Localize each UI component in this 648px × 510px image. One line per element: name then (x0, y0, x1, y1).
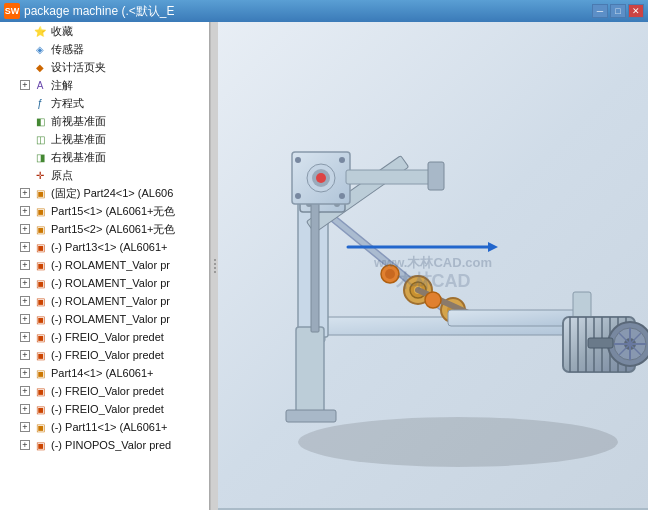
svg-marker-8 (488, 242, 498, 252)
expand-button[interactable]: + (20, 440, 30, 450)
tree-item-icon: ✛ (32, 168, 48, 182)
tree-item[interactable]: +▣(-) ROLAMENT_Valor pr (0, 274, 209, 292)
svg-rect-40 (296, 327, 324, 417)
tree-item-label: 方程式 (51, 96, 84, 111)
svg-rect-54 (346, 170, 434, 184)
expand-button[interactable]: + (20, 350, 30, 360)
tree-item-icon: ▣ (32, 312, 48, 326)
title-bar: SW package machine (.<默认_E ─ □ ✕ (0, 0, 648, 22)
expand-button[interactable]: + (20, 314, 30, 324)
tree-item[interactable]: +▣(-) ROLAMENT_Valor pr (0, 310, 209, 328)
expand-button[interactable]: + (20, 386, 30, 396)
svg-text:木林CAD: 木林CAD (395, 271, 471, 291)
window-controls[interactable]: ─ □ ✕ (592, 4, 644, 18)
tree-item[interactable]: ƒ方程式 (0, 94, 209, 112)
svg-text:www.木林CAD.com: www.木林CAD.com (373, 255, 492, 270)
tree-item[interactable]: +▣Part15<2> (AL6061+无色 (0, 220, 209, 238)
tree-item[interactable]: +▣(-) FREIO_Valor predet (0, 328, 209, 346)
expand-button[interactable]: + (20, 368, 30, 378)
tree-item-label: (-) FREIO_Valor predet (51, 403, 164, 415)
tree-item-label: 原点 (51, 168, 73, 183)
tree-item[interactable]: +▣(-) ROLAMENT_Valor pr (0, 256, 209, 274)
svg-rect-39 (588, 338, 613, 348)
tree-item-label: (-) Part11<1> (AL6061+ (51, 421, 168, 433)
svg-point-51 (339, 157, 345, 163)
tree-item-label: (-) PINOPOS_Valor pred (51, 439, 171, 451)
3d-viewport[interactable]: www.木林CAD.com 木林CAD (218, 22, 648, 510)
tree-item-label: 设计活页夹 (51, 60, 106, 75)
tree-item-label: 传感器 (51, 42, 84, 57)
tree-item[interactable]: ⭐收藏 (0, 22, 209, 40)
tree-item-icon: ▣ (32, 366, 48, 380)
tree-item[interactable]: +▣(-) FREIO_Valor predet (0, 346, 209, 364)
tree-item-icon: A (32, 78, 48, 92)
maximize-button[interactable]: □ (610, 4, 626, 18)
tree-item[interactable]: +▣Part15<1> (AL6061+无色 (0, 202, 209, 220)
svg-point-50 (295, 157, 301, 163)
tree-item-icon: ▣ (32, 294, 48, 308)
expand-button[interactable]: + (20, 422, 30, 432)
panel-resize-handle[interactable] (210, 22, 218, 510)
expand-button[interactable]: + (20, 260, 30, 270)
tree-item-icon: ▣ (32, 240, 48, 254)
expand-button[interactable]: + (20, 296, 30, 306)
svg-point-49 (316, 173, 326, 183)
tree-item-label: (-) ROLAMENT_Valor pr (51, 295, 170, 307)
svg-point-0 (298, 417, 618, 467)
tree-item-label: 前视基准面 (51, 114, 106, 129)
expand-button[interactable]: + (20, 224, 30, 234)
expand-button[interactable]: + (20, 278, 30, 288)
expand-button[interactable]: + (20, 188, 30, 198)
tree-item[interactable]: +▣(-) PINOPOS_Valor pred (0, 436, 209, 454)
tree-item-label: 上视基准面 (51, 132, 106, 147)
tree-item-icon: ◆ (32, 60, 48, 74)
tree-item[interactable]: +▣Part14<1> (AL6061+ (0, 364, 209, 382)
tree-item[interactable]: +▣(-) Part13<1> (AL6061+ (0, 238, 209, 256)
expand-button[interactable]: + (20, 404, 30, 414)
tree-item[interactable]: +▣(-) FREIO_Valor predet (0, 382, 209, 400)
tree-item[interactable]: +▣(-) ROLAMENT_Valor pr (0, 292, 209, 310)
tree-item-label: (-) Part13<1> (AL6061+ (51, 241, 168, 253)
tree-item[interactable]: +▣(固定) Part24<1> (AL606 (0, 184, 209, 202)
tree-item-label: (-) FREIO_Valor predet (51, 331, 164, 343)
tree-item-icon: ▣ (32, 348, 48, 362)
tree-item-label: (-) ROLAMENT_Valor pr (51, 259, 170, 271)
app-icon: SW (4, 3, 20, 19)
tree-item[interactable]: ◧前视基准面 (0, 112, 209, 130)
close-button[interactable]: ✕ (628, 4, 644, 18)
svg-rect-41 (286, 410, 336, 422)
tree-item[interactable]: +▣(-) Part11<1> (AL6061+ (0, 418, 209, 436)
svg-point-53 (339, 193, 345, 199)
tree-item-label: 收藏 (51, 24, 73, 39)
svg-rect-55 (428, 162, 444, 190)
tree-item[interactable]: ✛原点 (0, 166, 209, 184)
expand-button[interactable]: + (20, 206, 30, 216)
minimize-button[interactable]: ─ (592, 4, 608, 18)
tree-item-icon: ▣ (32, 420, 48, 434)
tree-item[interactable]: +▣(-) FREIO_Valor predet (0, 400, 209, 418)
tree-item[interactable]: ◈传感器 (0, 40, 209, 58)
tree-item-icon: ▣ (32, 438, 48, 452)
main-container: ⭐收藏◈传感器◆设计活页夹+A注解ƒ方程式◧前视基准面◫上视基准面◨右视基准面✛… (0, 22, 648, 510)
svg-point-43 (385, 269, 395, 279)
machine-illustration: www.木林CAD.com 木林CAD (218, 22, 648, 510)
tree-item-icon: ▣ (32, 258, 48, 272)
tree-item-label: (固定) Part24<1> (AL606 (51, 186, 173, 201)
expand-button[interactable]: + (20, 80, 30, 90)
tree-item-label: (-) FREIO_Valor predet (51, 385, 164, 397)
tree-item-label: (-) FREIO_Valor predet (51, 349, 164, 361)
svg-point-44 (425, 292, 441, 308)
tree-item[interactable]: ◫上视基准面 (0, 130, 209, 148)
tree-item-label: 注解 (51, 78, 73, 93)
tree-item[interactable]: +A注解 (0, 76, 209, 94)
expand-button[interactable]: + (20, 332, 30, 342)
tree-item[interactable]: ◨右视基准面 (0, 148, 209, 166)
tree-item-label: 右视基准面 (51, 150, 106, 165)
feature-tree: ⭐收藏◈传感器◆设计活页夹+A注解ƒ方程式◧前视基准面◫上视基准面◨右视基准面✛… (0, 22, 209, 454)
tree-item-icon: ▣ (32, 276, 48, 290)
expand-button[interactable]: + (20, 242, 30, 252)
tree-item[interactable]: ◆设计活页夹 (0, 58, 209, 76)
tree-item-label: Part15<2> (AL6061+无色 (51, 222, 175, 237)
tree-item-icon: ▣ (32, 186, 48, 200)
tree-item-icon: ◨ (32, 150, 48, 164)
